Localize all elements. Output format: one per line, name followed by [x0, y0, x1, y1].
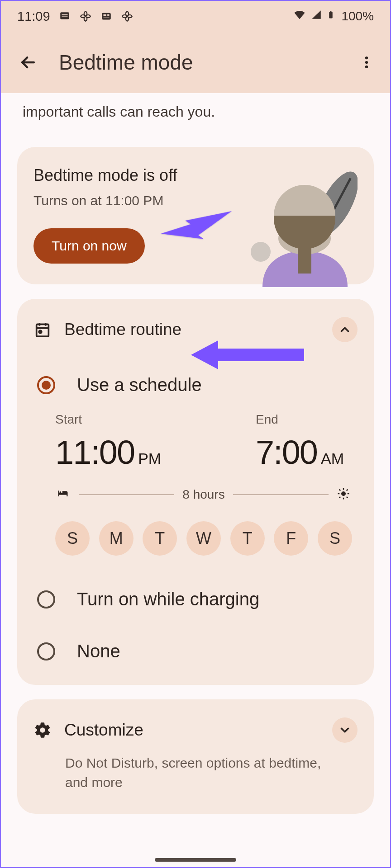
start-time-value: 11:00	[55, 433, 134, 472]
messages-icon	[58, 10, 71, 23]
svg-rect-6	[107, 14, 109, 15]
routine-title: Bedtime routine	[64, 320, 319, 339]
intro-text: important calls can reach you.	[1, 93, 390, 147]
duration-line-left	[79, 494, 174, 495]
status-bar-right: 100%	[293, 8, 374, 25]
app-bar: Bedtime mode	[1, 32, 390, 93]
option-label: Use a schedule	[77, 375, 202, 395]
svg-rect-2	[62, 16, 67, 17]
wifi-icon	[293, 9, 306, 24]
calendar-icon	[33, 321, 52, 339]
option-none[interactable]: None	[33, 636, 358, 667]
day-chip-mon[interactable]: M	[99, 521, 134, 556]
day-chip-sat[interactable]: S	[318, 521, 352, 556]
option-use-schedule[interactable]: Use a schedule	[33, 369, 358, 401]
back-button[interactable]	[14, 48, 43, 77]
pinwheel-icon	[79, 10, 92, 23]
day-chip-tue[interactable]: T	[143, 521, 177, 556]
end-time-block[interactable]: End 7:00 AM	[256, 412, 354, 472]
svg-line-32	[339, 497, 341, 498]
status-bar-left: 11:09	[17, 9, 134, 24]
customize-header: Customize	[33, 717, 358, 743]
bedtime-routine-card: Bedtime routine Use a schedule Start 11:…	[17, 299, 374, 685]
more-options-button[interactable]	[354, 50, 379, 75]
svg-rect-9	[330, 11, 332, 12]
pinwheel-icon	[121, 10, 134, 23]
svg-line-31	[347, 497, 348, 498]
content-area: important calls can reach you. Bedtime m…	[1, 93, 390, 814]
turn-on-now-button[interactable]: Turn on now	[33, 228, 145, 264]
gear-icon	[33, 721, 52, 739]
routine-header[interactable]: Bedtime routine	[33, 317, 358, 342]
svg-point-11	[365, 61, 368, 64]
svg-rect-5	[103, 17, 109, 17]
day-chip-wed[interactable]: W	[186, 521, 221, 556]
end-label: End	[256, 412, 344, 427]
radio-unselected-icon	[37, 590, 55, 609]
customize-title: Customize	[64, 721, 319, 740]
bedtime-status-card: Bedtime mode is off Turns on at 11:00 PM…	[17, 147, 374, 284]
radio-unselected-icon	[37, 642, 55, 660]
duration-line-right	[233, 494, 329, 495]
svg-point-25	[341, 491, 346, 496]
svg-point-10	[365, 57, 368, 59]
day-chip-sun[interactable]: S	[55, 521, 90, 556]
svg-rect-8	[329, 12, 333, 18]
battery-percent: 100%	[341, 9, 374, 24]
svg-rect-19	[37, 325, 49, 337]
sun-icon	[337, 487, 352, 502]
status-time: 11:09	[17, 9, 50, 24]
days-row: S M T W T F S	[33, 502, 358, 563]
news-icon	[100, 10, 113, 23]
svg-rect-3	[102, 13, 111, 19]
svg-rect-4	[103, 14, 106, 16]
avatar-illustration	[244, 170, 358, 287]
option-label: Turn on while charging	[77, 589, 259, 609]
customize-subtitle: Do Not Disturb, screen options at bedtim…	[33, 743, 358, 792]
end-time-value: 7:00	[256, 433, 317, 472]
customize-card[interactable]: Customize Do Not Disturb, screen options…	[17, 699, 374, 814]
expand-button[interactable]	[332, 717, 358, 743]
cell-signal-icon	[310, 9, 322, 24]
end-ampm: AM	[321, 450, 344, 467]
day-chip-thu[interactable]: T	[230, 521, 265, 556]
svg-point-12	[365, 66, 368, 68]
svg-rect-1	[62, 14, 67, 15]
svg-rect-18	[298, 242, 311, 274]
bed-icon	[55, 487, 71, 502]
status-bar: 11:09 100%	[1, 1, 390, 32]
start-time-block[interactable]: Start 11:00 PM	[55, 412, 161, 472]
duration-row: 8 hours	[33, 472, 358, 502]
option-label: None	[77, 641, 120, 661]
svg-rect-7	[107, 15, 109, 16]
svg-line-33	[347, 490, 348, 491]
svg-line-30	[339, 490, 341, 491]
nav-handle[interactable]	[155, 858, 236, 862]
start-label: Start	[55, 412, 161, 427]
duration-text: 8 hours	[182, 487, 224, 502]
start-ampm: PM	[138, 450, 161, 467]
svg-point-24	[59, 491, 61, 493]
option-while-charging[interactable]: Turn on while charging	[33, 584, 358, 615]
radio-selected-icon	[37, 376, 55, 394]
page-title: Bedtime mode	[59, 50, 354, 75]
collapse-button[interactable]	[332, 317, 358, 342]
schedule-times: Start 11:00 PM End 7:00 AM	[33, 401, 358, 472]
svg-point-15	[251, 242, 271, 262]
svg-point-23	[39, 330, 42, 333]
day-chip-fri[interactable]: F	[274, 521, 308, 556]
battery-icon	[327, 8, 335, 25]
